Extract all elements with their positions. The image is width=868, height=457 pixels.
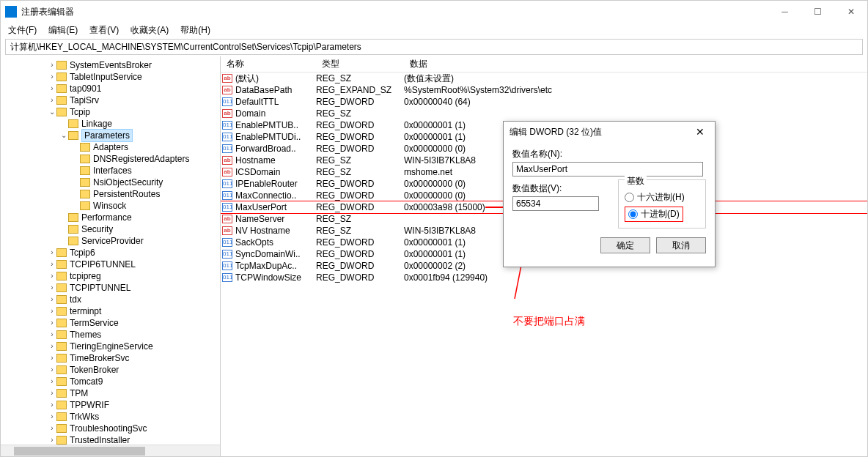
value-type: REG_SZ (316, 226, 404, 236)
value-name-input[interactable] (512, 162, 703, 177)
value-name: MaxUserPort (234, 202, 316, 212)
tree-item[interactable]: ›Themes (1, 329, 220, 341)
tree-item[interactable]: DNSRegisteredAdapters (1, 153, 220, 165)
expand-icon[interactable]: › (48, 341, 56, 352)
tree-item[interactable]: ›TPPWRIF (1, 399, 220, 411)
expand-icon[interactable]: › (48, 94, 56, 106)
registry-value-row[interactable]: abDataBasePathREG_EXPAND_SZ%SystemRoot%\… (221, 84, 867, 96)
expand-icon[interactable]: › (48, 411, 56, 423)
expand-icon[interactable]: › (48, 294, 56, 305)
radio-dec-row[interactable]: 十进制(D) (625, 207, 683, 222)
tree-scrollbar-h[interactable] (1, 445, 220, 456)
base-legend: 基数 (625, 175, 647, 187)
maximize-button[interactable]: ☐ (801, 1, 834, 23)
dialog-close-icon[interactable]: ✕ (691, 126, 709, 138)
expand-icon[interactable]: › (48, 352, 56, 364)
tree-item-label: ServiceProvider (81, 235, 144, 247)
registry-value-row[interactable]: 011DefaultTTLREG_DWORD0x00000040 (64) (221, 96, 867, 108)
folder-icon (68, 237, 78, 245)
title-bar: 注册表编辑器 ─ ☐ ✕ (1, 1, 867, 23)
string-icon: ab (222, 168, 232, 177)
expand-icon[interactable]: › (48, 282, 56, 294)
tree-pane[interactable]: ›SystemEventsBroker›TabletInputService›t… (1, 56, 221, 456)
value-name: NV Hostname (234, 226, 316, 236)
minimize-button[interactable]: ─ (768, 1, 801, 23)
registry-value-row[interactable]: ab(默认)REG_SZ(数值未设置) (221, 73, 867, 84)
expand-icon[interactable]: › (48, 83, 56, 94)
tree-item[interactable]: ›tdx (1, 294, 220, 305)
registry-value-row[interactable]: abDomainREG_SZ (221, 108, 867, 119)
tree-item[interactable]: Security (1, 223, 220, 235)
tree-item-label: Winsock (93, 200, 126, 212)
value-data-input[interactable] (512, 196, 599, 211)
tree-item[interactable]: ›TapiSrv (1, 94, 220, 106)
expand-icon[interactable]: › (48, 305, 56, 317)
tree-item[interactable]: ›TimeBrokerSvc (1, 352, 220, 364)
address-bar[interactable]: 计算机\HKEY_LOCAL_MACHINE\SYSTEM\CurrentCon… (5, 39, 863, 55)
value-type: REG_DWORD (316, 120, 404, 130)
col-type[interactable]: 类型 (316, 58, 404, 70)
tree-item[interactable]: ›terminpt (1, 305, 220, 317)
tree-item[interactable]: PersistentRoutes (1, 188, 220, 200)
expand-icon[interactable]: › (48, 259, 56, 270)
tree-item[interactable]: ›SystemEventsBroker (1, 59, 220, 71)
close-button[interactable]: ✕ (834, 1, 867, 23)
col-name[interactable]: 名称 (221, 58, 316, 70)
string-icon: ab (222, 156, 232, 165)
menu-help[interactable]: 帮助(H) (176, 23, 215, 38)
tree-item[interactable]: ›TroubleshootingSvc (1, 423, 220, 434)
tree-item[interactable]: ›TCPIPTUNNEL (1, 282, 220, 294)
value-data: 0x0001fb94 (129940) (404, 272, 867, 283)
expand-icon[interactable]: › (48, 329, 56, 341)
radio-hex-row[interactable]: 十六进制(H) (625, 191, 699, 204)
menu-view[interactable]: 查看(V) (85, 23, 123, 38)
tree-item[interactable]: ›TokenBroker (1, 364, 220, 376)
tree-item[interactable]: ›Tomcat9 (1, 376, 220, 387)
tree-item[interactable]: Adapters (1, 141, 220, 153)
expand-icon[interactable]: › (48, 376, 56, 387)
tree-item[interactable]: Performance (1, 212, 220, 223)
tree-item[interactable]: Winsock (1, 200, 220, 212)
tree-item[interactable]: ›tcpipreg (1, 270, 220, 282)
dialog-body: 数值名称(N): 数值数据(V): 基数 十六进制(H) 十进制(D) (504, 142, 715, 259)
registry-value-row[interactable]: 011TCPWindowSizeREG_DWORD0x0001fb94 (129… (221, 272, 867, 283)
tree-item[interactable]: ›tap0901 (1, 83, 220, 94)
value-type: REG_DWORD (316, 237, 404, 248)
col-data[interactable]: 数据 (404, 58, 867, 70)
tree-item[interactable]: ›TermService (1, 317, 220, 329)
menu-favorites[interactable]: 收藏夹(A) (126, 23, 173, 38)
expand-icon[interactable]: › (48, 59, 56, 71)
tree-item[interactable]: ›Tcpip6 (1, 247, 220, 259)
tree-item[interactable]: ›TieringEngineService (1, 341, 220, 352)
dword-icon: 011 (222, 238, 232, 247)
folder-icon (80, 201, 90, 210)
tree-item[interactable]: ›TabletInputService (1, 71, 220, 83)
tree-item[interactable]: ›TrkWks (1, 411, 220, 423)
expand-icon[interactable]: › (48, 247, 56, 259)
tree-item[interactable]: Interfaces (1, 165, 220, 177)
tree-item[interactable]: ⌄Parameters (1, 130, 220, 141)
expand-icon[interactable]: › (48, 364, 56, 376)
tree-item[interactable]: NsiObjectSecurity (1, 177, 220, 188)
expand-icon[interactable]: › (48, 423, 56, 434)
radio-hex[interactable] (625, 193, 634, 202)
dword-icon: 011 (222, 133, 232, 141)
tree-item[interactable]: Linkage (1, 118, 220, 130)
menu-edit[interactable]: 编辑(E) (44, 23, 82, 38)
expand-icon[interactable]: ⌄ (48, 106, 56, 118)
cancel-button[interactable]: 取消 (656, 237, 706, 253)
menu-file[interactable]: 文件(F) (4, 23, 41, 38)
tree-item[interactable]: ⌄Tcpip (1, 106, 220, 118)
ok-button[interactable]: 确定 (600, 237, 650, 253)
expand-icon[interactable]: › (48, 270, 56, 282)
tree-item[interactable]: ›TCPIP6TUNNEL (1, 259, 220, 270)
tree-item[interactable]: ›TPM (1, 387, 220, 399)
tree-item[interactable]: ServiceProvider (1, 235, 220, 247)
expand-icon[interactable]: › (48, 317, 56, 329)
expand-icon[interactable]: › (48, 71, 56, 83)
radio-dec[interactable] (628, 209, 638, 219)
expand-icon[interactable]: › (48, 387, 56, 399)
expand-icon[interactable]: › (48, 399, 56, 411)
value-type: REG_DWORD (316, 249, 404, 259)
expand-icon[interactable]: ⌄ (59, 130, 68, 141)
